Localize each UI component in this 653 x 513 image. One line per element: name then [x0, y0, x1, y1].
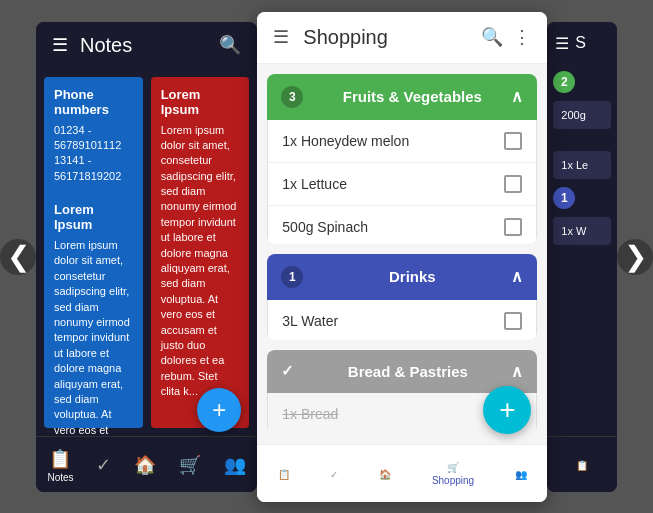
notes-title: Notes	[80, 34, 219, 57]
drinks-title: Drinks	[313, 268, 511, 285]
right-content: 2 200g 1x Le 1 1x W	[547, 65, 617, 436]
list-item[interactable]: 1x Lettuce	[268, 163, 536, 206]
item-spinach: 500g Spinach	[282, 219, 504, 235]
shopping-cart-icon: 🛒	[447, 462, 459, 473]
shopping-nav-users[interactable]: 👥	[515, 469, 527, 480]
prev-arrow[interactable]: ❮	[0, 239, 36, 275]
item-bread: 1x Bread	[282, 406, 504, 422]
note-lorem-text2: Lorem ipsum dolor sit amet, consetetur s…	[54, 238, 133, 435]
shopping-header-icons: 🔍 ⋮	[481, 26, 531, 48]
shopping-nav-cart[interactable]: 🛒 Shopping	[432, 462, 474, 486]
right-badge-green: 2	[553, 71, 575, 93]
shopping-nav-check[interactable]: ✓	[330, 469, 338, 480]
honeydew-checkbox[interactable]	[504, 132, 522, 150]
shopping-home-icon: 🏠	[379, 469, 391, 480]
cart-nav-icon: 🛒	[179, 454, 201, 476]
fruits-badge: 3	[281, 86, 303, 108]
nav-users[interactable]: 👥	[224, 454, 246, 476]
water-checkbox[interactable]	[504, 312, 522, 330]
list-item[interactable]: 500g Spinach	[268, 206, 536, 244]
right-menu-icon[interactable]: ☰	[555, 34, 569, 53]
shopping-title: Shopping	[303, 26, 481, 49]
bread-header[interactable]: ✓ Bread & Pastries ∧	[267, 350, 537, 393]
nav-check[interactable]: ✓	[96, 454, 111, 476]
right-notes-icon: 📋	[576, 460, 588, 471]
item-water: 3L Water	[282, 313, 504, 329]
note-phone-line2: 13141 - 56171819202	[54, 153, 133, 184]
list-item[interactable]: 3L Water	[268, 300, 536, 340]
shopping-more-icon[interactable]: ⋮	[513, 26, 531, 48]
notes-content: Phone numbers 01234 - 56789101112 13141 …	[36, 69, 257, 436]
check-nav-icon: ✓	[96, 454, 111, 476]
drinks-items: 3L Water	[267, 300, 537, 340]
nav-cart[interactable]: 🛒	[179, 454, 201, 476]
category-fruits: 3 Fruits & Vegetables ∧ 1x Honeydew melo…	[267, 74, 537, 244]
note-card-phone[interactable]: Phone numbers 01234 - 56789101112 13141 …	[44, 77, 143, 428]
bread-title: Bread & Pastries	[304, 363, 511, 380]
notes-fab[interactable]: +	[197, 388, 241, 432]
note-lorem-title2: Lorem Ipsum	[54, 202, 133, 232]
lettuce-checkbox[interactable]	[504, 175, 522, 193]
shopping-header: ☰ Shopping 🔍 ⋮	[257, 12, 547, 64]
drinks-header[interactable]: 1 Drinks ∧	[267, 254, 537, 300]
note-lorem-title: Lorem Ipsum	[161, 87, 240, 117]
notes-bottom-nav: 📋 Notes ✓ 🏠 🛒 👥	[36, 436, 257, 492]
fruits-items: 1x Honeydew melon 1x Lettuce 500g Spinac…	[267, 120, 537, 244]
notes-search-icon[interactable]: 🔍	[219, 34, 241, 56]
item-honeydew: 1x Honeydew melon	[282, 133, 504, 149]
right-item-200g[interactable]: 200g	[553, 101, 611, 129]
shopping-nav-label: Shopping	[432, 475, 474, 486]
nav-home[interactable]: 🏠	[134, 454, 156, 476]
shopping-menu-icon[interactable]: ☰	[273, 26, 289, 48]
shopping-search-icon[interactable]: 🔍	[481, 26, 503, 48]
item-lettuce: 1x Lettuce	[282, 176, 504, 192]
spinach-checkbox[interactable]	[504, 218, 522, 236]
right-bottom-nav: 📋	[547, 436, 617, 492]
nav-notes[interactable]: 📋 Notes	[47, 448, 73, 483]
right-title: S	[575, 34, 586, 52]
shopping-nav-home[interactable]: 🏠	[379, 469, 391, 480]
shopping-bottom-nav: 📋 ✓ 🏠 🛒 Shopping 👥	[257, 444, 547, 502]
nav-notes-label: Notes	[47, 472, 73, 483]
note-phone-line1: 01234 - 56789101112	[54, 123, 133, 154]
fruits-title: Fruits & Vegetables	[313, 88, 511, 105]
note-card-lorem[interactable]: Lorem Ipsum Lorem ipsum dolor sit amet, …	[151, 77, 250, 428]
shopping-check-icon: ✓	[330, 469, 338, 480]
bread-check-icon: ✓	[281, 362, 294, 380]
right-nav-notes[interactable]: 📋	[576, 460, 588, 471]
drinks-chevron-icon[interactable]: ∧	[511, 267, 523, 286]
note-lorem-text: Lorem ipsum dolor sit amet, consetetur s…	[161, 123, 240, 400]
users-nav-icon: 👥	[224, 454, 246, 476]
notes-nav-icon: 📋	[49, 448, 71, 470]
shopping-nav-notes[interactable]: 📋	[278, 469, 290, 480]
shopping-wrapper: ☰ Shopping 🔍 ⋮ 3 Fruits & Vegetables ∧	[257, 12, 547, 502]
shopping-users-icon: 👥	[515, 469, 527, 480]
fruits-chevron-icon[interactable]: ∧	[511, 87, 523, 106]
bread-chevron-icon[interactable]: ∧	[511, 362, 523, 381]
shopping-notes-icon: 📋	[278, 469, 290, 480]
notes-header: ☰ Notes 🔍	[36, 22, 257, 69]
right-badge-blue: 1	[553, 187, 575, 209]
notes-panel: ☰ Notes 🔍 Phone numbers 01234 - 56789101…	[36, 22, 257, 492]
note-phone-title: Phone numbers	[54, 87, 133, 117]
home-nav-icon: 🏠	[134, 454, 156, 476]
shopping-fab[interactable]: +	[483, 386, 531, 434]
right-header: ☰ S	[547, 22, 617, 65]
list-item[interactable]: 1x Honeydew melon	[268, 120, 536, 163]
category-drinks: 1 Drinks ∧ 3L Water	[267, 254, 537, 340]
notes-menu-icon[interactable]: ☰	[52, 34, 68, 56]
right-item-lettuce[interactable]: 1x Le	[553, 151, 611, 179]
fruits-header[interactable]: 3 Fruits & Vegetables ∧	[267, 74, 537, 120]
right-panel: ☰ S 2 200g 1x Le 1 1x W 📋	[547, 22, 617, 492]
right-item-water[interactable]: 1x W	[553, 217, 611, 245]
next-arrow[interactable]: ❯	[617, 239, 653, 275]
drinks-badge: 1	[281, 266, 303, 288]
